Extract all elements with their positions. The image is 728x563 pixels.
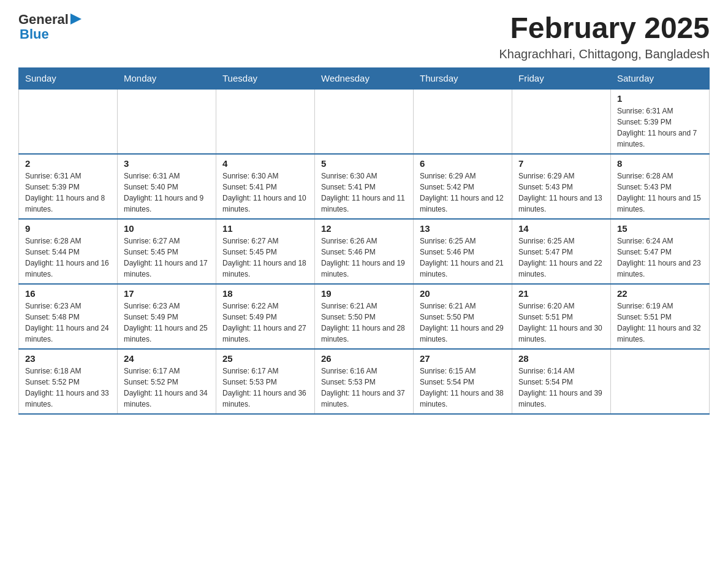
- day-number: 10: [124, 223, 210, 234]
- day-number: 18: [222, 288, 308, 299]
- day-number: 1: [617, 93, 703, 104]
- day-number: 28: [518, 353, 604, 364]
- day-number: 27: [420, 353, 506, 364]
- weekday-header-monday: Monday: [118, 67, 216, 89]
- day-cell: 22Sunrise: 6:19 AMSunset: 5:51 PMDayligh…: [611, 284, 710, 349]
- calendar-subtitle: Khagrachhari, Chittagong, Bangladesh: [499, 47, 710, 61]
- day-number: 15: [617, 223, 703, 234]
- svg-marker-0: [70, 13, 82, 25]
- day-info: Sunrise: 6:30 AMSunset: 5:41 PMDaylight:…: [222, 170, 308, 215]
- day-info: Sunrise: 6:27 AMSunset: 5:45 PMDaylight:…: [222, 236, 308, 280]
- day-cell: 20Sunrise: 6:21 AMSunset: 5:50 PMDayligh…: [414, 284, 512, 349]
- day-cell: 9Sunrise: 6:28 AMSunset: 5:44 PMDaylight…: [19, 219, 118, 284]
- day-number: 26: [321, 353, 407, 364]
- day-info: Sunrise: 6:17 AMSunset: 5:53 PMDaylight:…: [222, 366, 308, 410]
- day-info: Sunrise: 6:19 AMSunset: 5:51 PMDaylight:…: [617, 301, 703, 345]
- day-cell: 12Sunrise: 6:26 AMSunset: 5:46 PMDayligh…: [315, 219, 414, 284]
- day-number: 22: [617, 288, 703, 299]
- day-cell: 16Sunrise: 6:23 AMSunset: 5:48 PMDayligh…: [19, 284, 118, 349]
- day-cell: 13Sunrise: 6:25 AMSunset: 5:46 PMDayligh…: [414, 219, 512, 284]
- day-cell: [19, 89, 118, 154]
- week-row-4: 16Sunrise: 6:23 AMSunset: 5:48 PMDayligh…: [19, 284, 710, 349]
- day-cell: [315, 89, 414, 154]
- day-cell: 26Sunrise: 6:16 AMSunset: 5:53 PMDayligh…: [315, 349, 414, 414]
- day-info: Sunrise: 6:30 AMSunset: 5:41 PMDaylight:…: [321, 170, 407, 215]
- week-row-1: 1Sunrise: 6:31 AMSunset: 5:39 PMDaylight…: [19, 89, 710, 154]
- day-cell: 23Sunrise: 6:18 AMSunset: 5:52 PMDayligh…: [19, 349, 118, 414]
- weekday-header-friday: Friday: [512, 67, 611, 89]
- day-number: 24: [124, 353, 210, 364]
- day-cell: 27Sunrise: 6:15 AMSunset: 5:54 PMDayligh…: [414, 349, 512, 414]
- day-info: Sunrise: 6:23 AMSunset: 5:49 PMDaylight:…: [124, 301, 210, 345]
- logo-arrow-icon: [70, 12, 82, 26]
- calendar-title: February 2025: [499, 12, 710, 45]
- day-number: 12: [321, 223, 407, 234]
- day-number: 2: [25, 158, 111, 169]
- day-number: 14: [518, 223, 604, 234]
- week-row-3: 9Sunrise: 6:28 AMSunset: 5:44 PMDaylight…: [19, 219, 710, 284]
- day-cell: 24Sunrise: 6:17 AMSunset: 5:52 PMDayligh…: [118, 349, 216, 414]
- day-cell: 7Sunrise: 6:29 AMSunset: 5:43 PMDaylight…: [512, 154, 611, 219]
- day-info: Sunrise: 6:31 AMSunset: 5:40 PMDaylight:…: [124, 170, 210, 215]
- day-cell: [216, 89, 315, 154]
- page-header: General Blue February 2025 Khagrachhari,…: [18, 12, 710, 61]
- day-cell: 1Sunrise: 6:31 AMSunset: 5:39 PMDaylight…: [611, 89, 710, 154]
- day-number: 20: [420, 288, 506, 299]
- day-number: 3: [124, 158, 210, 169]
- day-cell: [414, 89, 512, 154]
- day-info: Sunrise: 6:17 AMSunset: 5:52 PMDaylight:…: [124, 366, 210, 410]
- day-cell: 28Sunrise: 6:14 AMSunset: 5:54 PMDayligh…: [512, 349, 611, 414]
- day-info: Sunrise: 6:28 AMSunset: 5:43 PMDaylight:…: [617, 170, 703, 215]
- day-cell: 4Sunrise: 6:30 AMSunset: 5:41 PMDaylight…: [216, 154, 315, 219]
- day-info: Sunrise: 6:20 AMSunset: 5:51 PMDaylight:…: [518, 301, 604, 345]
- day-info: Sunrise: 6:21 AMSunset: 5:50 PMDaylight:…: [420, 301, 506, 345]
- day-cell: 15Sunrise: 6:24 AMSunset: 5:47 PMDayligh…: [611, 219, 710, 284]
- day-info: Sunrise: 6:16 AMSunset: 5:53 PMDaylight:…: [321, 366, 407, 410]
- day-info: Sunrise: 6:24 AMSunset: 5:47 PMDaylight:…: [617, 236, 703, 280]
- day-cell: [611, 349, 710, 414]
- day-number: 5: [321, 158, 407, 169]
- weekday-header-wednesday: Wednesday: [315, 67, 414, 89]
- day-info: Sunrise: 6:28 AMSunset: 5:44 PMDaylight:…: [25, 236, 111, 280]
- day-cell: 3Sunrise: 6:31 AMSunset: 5:40 PMDaylight…: [118, 154, 216, 219]
- week-row-2: 2Sunrise: 6:31 AMSunset: 5:39 PMDaylight…: [19, 154, 710, 219]
- logo: General Blue: [18, 12, 82, 42]
- day-number: 6: [420, 158, 506, 169]
- day-number: 9: [25, 223, 111, 234]
- weekday-header-row: SundayMondayTuesdayWednesdayThursdayFrid…: [19, 67, 710, 89]
- logo-text-group: General Blue: [18, 12, 82, 42]
- day-info: Sunrise: 6:29 AMSunset: 5:42 PMDaylight:…: [420, 170, 506, 215]
- weekday-header-saturday: Saturday: [611, 67, 710, 89]
- day-cell: 5Sunrise: 6:30 AMSunset: 5:41 PMDaylight…: [315, 154, 414, 219]
- title-section: February 2025 Khagrachhari, Chittagong, …: [499, 12, 710, 61]
- day-number: 16: [25, 288, 111, 299]
- day-number: 25: [222, 353, 308, 364]
- day-cell: 8Sunrise: 6:28 AMSunset: 5:43 PMDaylight…: [611, 154, 710, 219]
- day-cell: 11Sunrise: 6:27 AMSunset: 5:45 PMDayligh…: [216, 219, 315, 284]
- day-number: 11: [222, 223, 308, 234]
- day-info: Sunrise: 6:15 AMSunset: 5:54 PMDaylight:…: [420, 366, 506, 410]
- day-number: 21: [518, 288, 604, 299]
- weekday-header-tuesday: Tuesday: [216, 67, 315, 89]
- day-info: Sunrise: 6:31 AMSunset: 5:39 PMDaylight:…: [25, 170, 111, 215]
- calendar-table: SundayMondayTuesdayWednesdayThursdayFrid…: [18, 67, 710, 415]
- day-info: Sunrise: 6:26 AMSunset: 5:46 PMDaylight:…: [321, 236, 407, 280]
- day-cell: 18Sunrise: 6:22 AMSunset: 5:49 PMDayligh…: [216, 284, 315, 349]
- day-info: Sunrise: 6:14 AMSunset: 5:54 PMDaylight:…: [518, 366, 604, 410]
- week-row-5: 23Sunrise: 6:18 AMSunset: 5:52 PMDayligh…: [19, 349, 710, 414]
- day-number: 23: [25, 353, 111, 364]
- day-number: 13: [420, 223, 506, 234]
- day-info: Sunrise: 6:27 AMSunset: 5:45 PMDaylight:…: [124, 236, 210, 280]
- day-info: Sunrise: 6:23 AMSunset: 5:48 PMDaylight:…: [25, 301, 111, 345]
- day-cell: 10Sunrise: 6:27 AMSunset: 5:45 PMDayligh…: [118, 219, 216, 284]
- day-number: 19: [321, 288, 407, 299]
- logo-general: General: [18, 12, 69, 27]
- day-info: Sunrise: 6:18 AMSunset: 5:52 PMDaylight:…: [25, 366, 111, 410]
- day-cell: 2Sunrise: 6:31 AMSunset: 5:39 PMDaylight…: [19, 154, 118, 219]
- day-cell: 14Sunrise: 6:25 AMSunset: 5:47 PMDayligh…: [512, 219, 611, 284]
- day-cell: 19Sunrise: 6:21 AMSunset: 5:50 PMDayligh…: [315, 284, 414, 349]
- day-cell: 17Sunrise: 6:23 AMSunset: 5:49 PMDayligh…: [118, 284, 216, 349]
- weekday-header-sunday: Sunday: [19, 67, 118, 89]
- day-number: 7: [518, 158, 604, 169]
- day-info: Sunrise: 6:29 AMSunset: 5:43 PMDaylight:…: [518, 170, 604, 215]
